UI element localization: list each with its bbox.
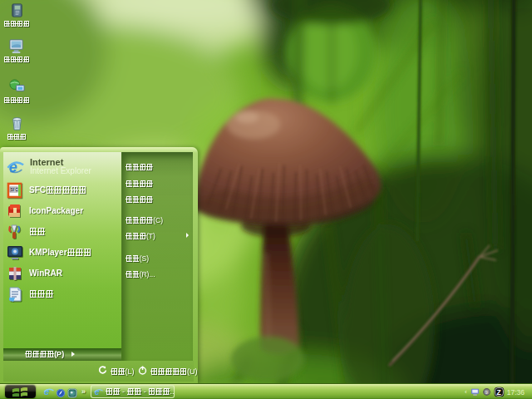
- svg-text:e: e: [95, 387, 100, 397]
- svg-text:e: e: [44, 387, 49, 397]
- svg-text:Z: Z: [496, 388, 500, 397]
- svg-text:SFC: SFC: [11, 188, 19, 192]
- svg-text:9: 9: [485, 390, 488, 395]
